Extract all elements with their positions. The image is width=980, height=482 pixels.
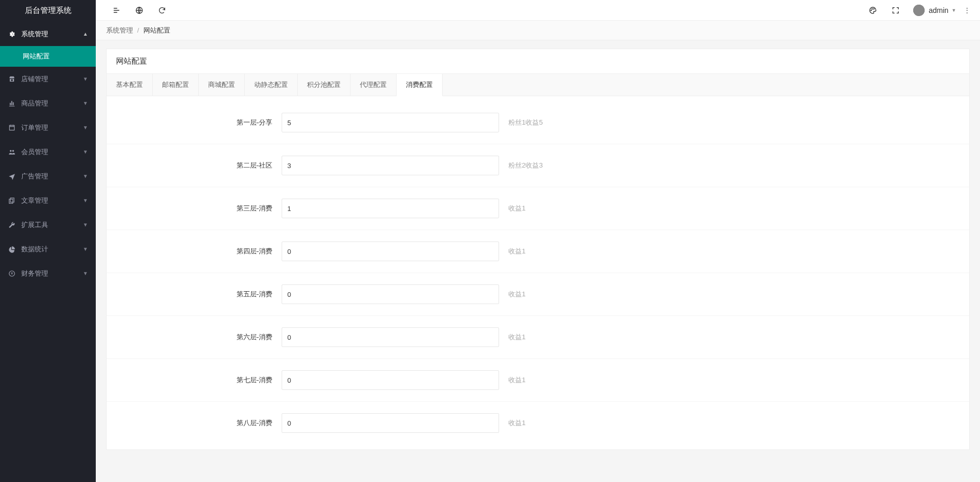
users-icon xyxy=(8,148,16,156)
form-hint: 粉丝1收益5 xyxy=(508,118,543,127)
form-row-level-1: 第一层-分享 粉丝1收益5 xyxy=(107,101,969,144)
tab-points[interactable]: 积分池配置 xyxy=(298,74,350,96)
tab-agent[interactable]: 代理配置 xyxy=(350,74,397,96)
breadcrumb-parent[interactable]: 系统管理 xyxy=(106,26,133,35)
refresh-button[interactable] xyxy=(151,0,173,21)
form-hint: 收益1 xyxy=(508,333,525,342)
tab-email[interactable]: 邮箱配置 xyxy=(153,74,199,96)
sidebar-item-label: 文章管理 xyxy=(21,196,83,205)
store-icon xyxy=(8,76,16,83)
globe-button[interactable] xyxy=(128,0,151,21)
form-row-level-2: 第二层-社区 粉丝2收益3 xyxy=(107,144,969,187)
card-title: 网站配置 xyxy=(107,49,969,74)
sidebar-item-order[interactable]: 订单管理 ▼ xyxy=(0,115,96,140)
form-hint: 收益1 xyxy=(508,204,525,213)
level-3-input[interactable] xyxy=(282,199,499,218)
more-button[interactable]: ⋮ xyxy=(963,6,971,14)
sidebar-item-label: 会员管理 xyxy=(21,147,83,157)
level-2-input[interactable] xyxy=(282,156,499,175)
level-1-input[interactable] xyxy=(282,113,499,132)
form-row-level-5: 第五层-消费 收益1 xyxy=(107,273,969,316)
config-card: 网站配置 基本配置 邮箱配置 商城配置 动静态配置 积分池配置 代理配置 消费配… xyxy=(106,49,970,450)
fullscreen-button[interactable] xyxy=(884,0,907,21)
copy-icon xyxy=(8,197,16,204)
sidebar-item-product[interactable]: 商品管理 ▼ xyxy=(0,91,96,115)
level-5-input[interactable] xyxy=(282,284,499,304)
level-6-input[interactable] xyxy=(282,327,499,347)
sidebar-item-label: 数据统计 xyxy=(21,245,83,254)
svg-text:¥: ¥ xyxy=(11,272,13,275)
username-label: admin xyxy=(929,6,948,14)
breadcrumb-current: 网站配置 xyxy=(143,26,170,35)
theme-button[interactable] xyxy=(861,0,884,21)
chevron-down-icon: ▼ xyxy=(83,76,88,82)
form-label: 第五层-消费 xyxy=(116,290,282,299)
chevron-down-icon: ▼ xyxy=(83,246,88,252)
level-4-input[interactable] xyxy=(282,242,499,261)
form-hint: 粉丝2收益3 xyxy=(508,161,543,170)
tab-consume[interactable]: 消费配置 xyxy=(397,74,443,96)
sidebar-item-label: 扩展工具 xyxy=(21,220,83,230)
chevron-down-icon: ▼ xyxy=(83,270,88,276)
form-row-level-6: 第六层-消费 收益1 xyxy=(107,316,969,359)
sidebar-item-stats[interactable]: 数据统计 ▼ xyxy=(0,237,96,261)
level-8-input[interactable] xyxy=(282,413,499,433)
tab-static[interactable]: 动静态配置 xyxy=(245,74,298,96)
chevron-down-icon: ▼ xyxy=(83,173,88,179)
form-label: 第七层-消费 xyxy=(116,375,282,385)
chevron-up-icon: ▲ xyxy=(83,31,88,37)
sidebar-item-tools[interactable]: 扩展工具 ▼ xyxy=(0,213,96,237)
user-menu[interactable]: admin ▼ xyxy=(913,5,956,16)
sidebar: 后台管理系统 系统管理 ▲ 网站配置 店铺管理 ▼ 商品管理 ▼ 订单管理 xyxy=(0,0,96,482)
level-7-input[interactable] xyxy=(282,370,499,390)
svg-point-2 xyxy=(12,149,14,152)
chevron-down-icon: ▼ xyxy=(83,198,88,203)
form-label: 第六层-消费 xyxy=(116,333,282,342)
gear-icon xyxy=(8,31,16,38)
main: admin ▼ ⋮ 系统管理 / 网站配置 网站配置 基本配置 邮箱配置 商城配… xyxy=(96,0,980,482)
form-label: 第八层-消费 xyxy=(116,418,282,428)
sidebar-item-article[interactable]: 文章管理 ▼ xyxy=(0,188,96,213)
chevron-down-icon: ▼ xyxy=(952,8,956,13)
sidebar-item-ad[interactable]: 广告管理 ▼ xyxy=(0,164,96,188)
sidebar-item-finance[interactable]: ¥ 财务管理 ▼ xyxy=(0,261,96,285)
sidebar-item-member[interactable]: 会员管理 ▼ xyxy=(0,140,96,164)
form-hint: 收益1 xyxy=(508,290,525,299)
tab-bar: 基本配置 邮箱配置 商城配置 动静态配置 积分池配置 代理配置 消费配置 xyxy=(107,74,969,96)
form-row-level-7: 第七层-消费 收益1 xyxy=(107,359,969,402)
content-area: 网站配置 基本配置 邮箱配置 商城配置 动静态配置 积分池配置 代理配置 消费配… xyxy=(96,40,980,482)
top-header: admin ▼ ⋮ xyxy=(96,0,980,21)
sidebar-item-label: 订单管理 xyxy=(21,123,83,132)
app-logo: 后台管理系统 xyxy=(0,0,96,21)
sidebar-item-label: 商品管理 xyxy=(21,99,83,108)
chevron-down-icon: ▼ xyxy=(83,222,88,228)
form-row-level-8: 第八层-消费 收益1 xyxy=(107,402,969,444)
svg-rect-4 xyxy=(9,199,13,203)
breadcrumb-separator: / xyxy=(137,26,139,34)
sidebar-subitem-site-config[interactable]: 网站配置 xyxy=(0,46,96,67)
sidebar-item-shop[interactable]: 店铺管理 ▼ xyxy=(0,67,96,91)
form-label: 第一层-分享 xyxy=(116,118,282,127)
tab-basic[interactable]: 基本配置 xyxy=(107,74,153,96)
form-label: 第三层-消费 xyxy=(116,204,282,213)
chevron-down-icon: ▼ xyxy=(83,149,88,155)
calendar-icon xyxy=(8,124,16,131)
svg-point-10 xyxy=(873,8,874,9)
form-hint: 收益1 xyxy=(508,247,525,256)
breadcrumb: 系统管理 / 网站配置 xyxy=(96,21,980,40)
chevron-down-icon: ▼ xyxy=(83,100,88,106)
sidebar-item-system[interactable]: 系统管理 ▲ xyxy=(0,22,96,46)
config-form: 第一层-分享 粉丝1收益5 第二层-社区 粉丝2收益3 第三层-消费 收益1 xyxy=(107,96,969,449)
wrench-icon xyxy=(8,221,16,229)
bar-chart-icon xyxy=(8,100,16,107)
tab-mall[interactable]: 商城配置 xyxy=(199,74,245,96)
form-label: 第四层-消费 xyxy=(116,247,282,256)
svg-rect-3 xyxy=(10,198,14,202)
pie-chart-icon xyxy=(8,246,16,253)
form-row-level-4: 第四层-消费 收益1 xyxy=(107,230,969,273)
svg-point-1 xyxy=(10,149,12,152)
sidebar-item-label: 店铺管理 xyxy=(21,74,83,84)
avatar-icon xyxy=(913,5,925,16)
toggle-sidebar-button[interactable] xyxy=(105,0,128,21)
coin-icon: ¥ xyxy=(8,270,16,277)
